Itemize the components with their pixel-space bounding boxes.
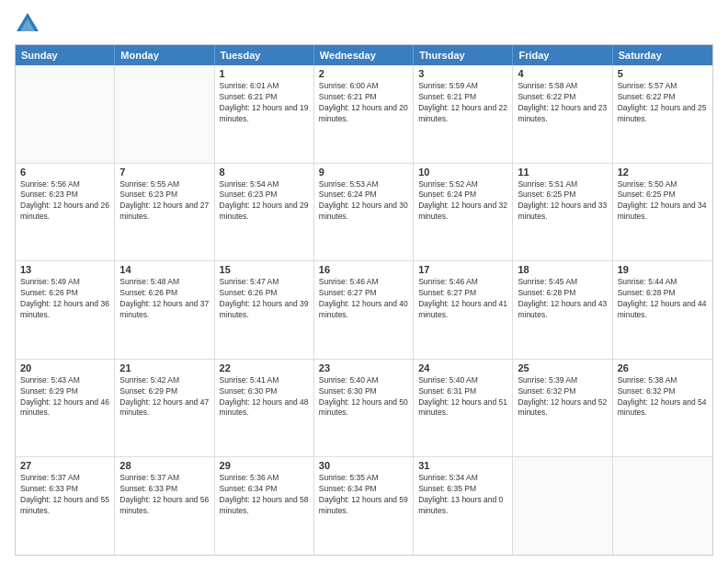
day-cell-8: 8Sunrise: 5:54 AM Sunset: 6:23 PM Daylig… — [215, 164, 314, 261]
day-cell-4: 4Sunrise: 5:58 AM Sunset: 6:22 PM Daylig… — [513, 65, 612, 163]
day-number: 15 — [220, 264, 309, 275]
day-number: 20 — [20, 362, 109, 373]
calendar-header: SundayMondayTuesdayWednesdayThursdayFrid… — [16, 45, 712, 65]
day-number: 14 — [119, 264, 209, 275]
header-day-tuesday: Tuesday — [215, 45, 314, 65]
day-info: Sunrise: 5:48 AM Sunset: 6:26 PM Dayligh… — [119, 277, 209, 321]
day-info: Sunrise: 5:46 AM Sunset: 6:27 PM Dayligh… — [418, 277, 507, 321]
day-cell-empty — [613, 457, 712, 555]
day-number: 4 — [518, 68, 607, 79]
day-cell-25: 25Sunrise: 5:39 AM Sunset: 6:32 PM Dayli… — [513, 360, 612, 457]
day-info: Sunrise: 5:44 AM Sunset: 6:28 PM Dayligh… — [618, 277, 708, 321]
day-number: 23 — [319, 362, 408, 373]
day-info: Sunrise: 6:01 AM Sunset: 6:21 PM Dayligh… — [220, 81, 309, 125]
day-info: Sunrise: 5:35 AM Sunset: 6:34 PM Dayligh… — [319, 473, 408, 517]
day-info: Sunrise: 5:55 AM Sunset: 6:23 PM Dayligh… — [119, 179, 209, 224]
day-cell-2: 2Sunrise: 6:00 AM Sunset: 6:21 PM Daylig… — [314, 65, 414, 163]
day-info: Sunrise: 5:39 AM Sunset: 6:32 PM Dayligh… — [518, 375, 607, 419]
day-cell-21: 21Sunrise: 5:42 AM Sunset: 6:29 PM Dayli… — [115, 360, 214, 457]
day-cell-18: 18Sunrise: 5:45 AM Sunset: 6:28 PM Dayli… — [513, 261, 612, 359]
day-info: Sunrise: 5:41 AM Sunset: 6:30 PM Dayligh… — [220, 375, 309, 419]
day-number: 17 — [418, 264, 507, 275]
day-cell-empty — [16, 65, 115, 163]
header-day-friday: Friday — [513, 45, 612, 65]
day-info: Sunrise: 5:34 AM Sunset: 6:35 PM Dayligh… — [418, 473, 507, 517]
header-day-thursday: Thursday — [414, 45, 513, 65]
day-info: Sunrise: 5:36 AM Sunset: 6:34 PM Dayligh… — [220, 473, 309, 517]
day-info: Sunrise: 5:59 AM Sunset: 6:21 PM Dayligh… — [418, 81, 507, 125]
day-info: Sunrise: 5:47 AM Sunset: 6:26 PM Dayligh… — [220, 277, 309, 321]
day-number: 8 — [220, 167, 309, 178]
day-cell-14: 14Sunrise: 5:48 AM Sunset: 6:26 PM Dayli… — [115, 261, 214, 359]
day-info: Sunrise: 5:40 AM Sunset: 6:30 PM Dayligh… — [319, 375, 408, 419]
day-cell-1: 1Sunrise: 6:01 AM Sunset: 6:21 PM Daylig… — [215, 65, 314, 163]
day-cell-16: 16Sunrise: 5:46 AM Sunset: 6:27 PM Dayli… — [314, 261, 414, 359]
day-number: 25 — [518, 362, 607, 373]
header-day-monday: Monday — [115, 45, 214, 65]
day-number: 21 — [119, 362, 209, 373]
day-cell-23: 23Sunrise: 5:40 AM Sunset: 6:30 PM Dayli… — [314, 360, 414, 457]
day-number: 31 — [418, 460, 507, 471]
day-cell-22: 22Sunrise: 5:41 AM Sunset: 6:30 PM Dayli… — [215, 360, 314, 457]
day-number: 3 — [418, 68, 507, 79]
day-cell-20: 20Sunrise: 5:43 AM Sunset: 6:29 PM Dayli… — [16, 360, 115, 457]
day-cell-31: 31Sunrise: 5:34 AM Sunset: 6:35 PM Dayli… — [414, 457, 513, 555]
calendar-row-2: 13Sunrise: 5:49 AM Sunset: 6:26 PM Dayli… — [16, 261, 712, 360]
day-number: 16 — [319, 264, 408, 275]
day-cell-5: 5Sunrise: 5:57 AM Sunset: 6:22 PM Daylig… — [613, 65, 712, 163]
day-info: Sunrise: 5:40 AM Sunset: 6:31 PM Dayligh… — [418, 375, 507, 419]
calendar-row-4: 27Sunrise: 5:37 AM Sunset: 6:33 PM Dayli… — [16, 457, 712, 555]
day-cell-17: 17Sunrise: 5:46 AM Sunset: 6:27 PM Dayli… — [414, 261, 513, 359]
logo-icon — [15, 11, 40, 37]
day-info: Sunrise: 5:58 AM Sunset: 6:22 PM Dayligh… — [518, 81, 607, 125]
header-day-wednesday: Wednesday — [314, 45, 414, 65]
day-number: 18 — [518, 264, 607, 275]
day-cell-empty — [115, 65, 214, 163]
day-cell-12: 12Sunrise: 5:50 AM Sunset: 6:25 PM Dayli… — [613, 164, 712, 261]
header — [15, 11, 713, 37]
header-day-sunday: Sunday — [16, 45, 115, 65]
calendar-row-1: 6Sunrise: 5:56 AM Sunset: 6:23 PM Daylig… — [16, 164, 712, 262]
day-info: Sunrise: 5:43 AM Sunset: 6:29 PM Dayligh… — [20, 375, 109, 419]
day-info: Sunrise: 5:38 AM Sunset: 6:32 PM Dayligh… — [618, 375, 708, 419]
day-cell-29: 29Sunrise: 5:36 AM Sunset: 6:34 PM Dayli… — [215, 457, 314, 555]
day-number: 9 — [319, 167, 408, 178]
day-number: 27 — [20, 460, 109, 471]
day-number: 19 — [618, 264, 708, 275]
day-number: 28 — [119, 460, 209, 471]
day-info: Sunrise: 5:56 AM Sunset: 6:23 PM Dayligh… — [20, 179, 109, 224]
day-cell-13: 13Sunrise: 5:49 AM Sunset: 6:26 PM Dayli… — [16, 261, 115, 359]
day-number: 6 — [20, 167, 109, 178]
day-cell-27: 27Sunrise: 5:37 AM Sunset: 6:33 PM Dayli… — [16, 457, 115, 555]
day-cell-10: 10Sunrise: 5:52 AM Sunset: 6:24 PM Dayli… — [414, 164, 513, 261]
day-number: 26 — [618, 362, 708, 373]
day-info: Sunrise: 5:54 AM Sunset: 6:23 PM Dayligh… — [220, 179, 309, 224]
day-info: Sunrise: 5:45 AM Sunset: 6:28 PM Dayligh… — [518, 277, 607, 321]
page: SundayMondayTuesdayWednesdayThursdayFrid… — [0, 0, 728, 563]
day-cell-7: 7Sunrise: 5:55 AM Sunset: 6:23 PM Daylig… — [115, 164, 214, 261]
day-cell-11: 11Sunrise: 5:51 AM Sunset: 6:25 PM Dayli… — [513, 164, 612, 261]
day-info: Sunrise: 5:49 AM Sunset: 6:26 PM Dayligh… — [20, 277, 109, 321]
day-info: Sunrise: 6:00 AM Sunset: 6:21 PM Dayligh… — [319, 81, 408, 125]
calendar-row-3: 20Sunrise: 5:43 AM Sunset: 6:29 PM Dayli… — [16, 360, 712, 458]
day-number: 11 — [518, 167, 607, 178]
day-number: 7 — [119, 167, 209, 178]
day-info: Sunrise: 5:57 AM Sunset: 6:22 PM Dayligh… — [618, 81, 708, 125]
day-number: 13 — [20, 264, 109, 275]
day-number: 22 — [220, 362, 309, 373]
day-number: 12 — [618, 167, 708, 178]
day-info: Sunrise: 5:37 AM Sunset: 6:33 PM Dayligh… — [119, 473, 209, 517]
day-cell-15: 15Sunrise: 5:47 AM Sunset: 6:26 PM Dayli… — [215, 261, 314, 359]
day-cell-19: 19Sunrise: 5:44 AM Sunset: 6:28 PM Dayli… — [613, 261, 712, 359]
day-info: Sunrise: 5:46 AM Sunset: 6:27 PM Dayligh… — [319, 277, 408, 321]
day-number: 24 — [418, 362, 507, 373]
day-number: 10 — [418, 167, 507, 178]
header-day-saturday: Saturday — [613, 45, 712, 65]
day-cell-3: 3Sunrise: 5:59 AM Sunset: 6:21 PM Daylig… — [414, 65, 513, 163]
day-cell-30: 30Sunrise: 5:35 AM Sunset: 6:34 PM Dayli… — [314, 457, 414, 555]
day-number: 2 — [319, 68, 408, 79]
day-cell-9: 9Sunrise: 5:53 AM Sunset: 6:24 PM Daylig… — [314, 164, 414, 261]
calendar-body: 1Sunrise: 6:01 AM Sunset: 6:21 PM Daylig… — [16, 65, 712, 555]
day-info: Sunrise: 5:50 AM Sunset: 6:25 PM Dayligh… — [618, 179, 708, 224]
logo — [15, 11, 44, 37]
